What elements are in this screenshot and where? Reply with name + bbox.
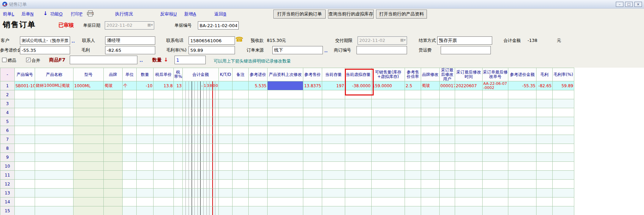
table-cell[interactable] [137, 206, 154, 215]
row-number[interactable]: 2 [0, 90, 15, 99]
table-cell[interactable] [268, 153, 303, 162]
table-cell[interactable] [15, 180, 35, 189]
table-cell[interactable] [35, 189, 74, 197]
table-cell[interactable] [372, 144, 405, 153]
table-cell[interactable] [74, 153, 104, 162]
table-cell[interactable] [154, 108, 174, 117]
table-cell[interactable] [174, 117, 183, 126]
table-cell[interactable] [183, 144, 219, 153]
table-cell[interactable] [405, 144, 421, 153]
table-cell[interactable] [249, 206, 268, 215]
table-cell[interactable] [536, 153, 553, 162]
table-cell[interactable] [455, 126, 483, 135]
row-number[interactable]: 4 [0, 108, 15, 117]
table-cell[interactable] [123, 117, 137, 126]
table-cell[interactable] [405, 197, 421, 206]
table-cell[interactable] [249, 162, 268, 171]
table-cell[interactable] [345, 99, 372, 108]
table-cell[interactable]: 5.535 [249, 81, 268, 90]
table-cell[interactable] [303, 206, 322, 215]
table-cell[interactable] [174, 153, 183, 162]
table-cell[interactable] [123, 162, 137, 171]
table-cell[interactable] [154, 144, 174, 153]
table-cell[interactable] [183, 153, 219, 162]
table-cell[interactable]: 20220607 [455, 81, 483, 90]
table-cell[interactable] [303, 135, 322, 144]
table-cell[interactable] [440, 108, 455, 117]
table-cell[interactable] [536, 162, 553, 171]
table-cell[interactable] [268, 206, 303, 215]
table-cell[interactable] [536, 189, 553, 197]
table-cell[interactable] [405, 117, 421, 126]
table-cell[interactable]: 蜀玻 [421, 81, 440, 90]
table-cell[interactable] [345, 135, 372, 144]
row-number[interactable]: 1 [0, 81, 15, 90]
table-cell[interactable] [35, 90, 74, 99]
table-cell[interactable] [268, 126, 303, 135]
table-cell[interactable] [405, 126, 421, 135]
table-cell[interactable] [249, 144, 268, 153]
table-cell[interactable] [421, 117, 440, 126]
table-cell[interactable] [154, 180, 174, 189]
table-cell[interactable] [483, 144, 508, 153]
table-cell[interactable] [219, 117, 233, 126]
table-cell[interactable] [154, 189, 174, 197]
table-cell[interactable] [303, 153, 322, 162]
table-cell[interactable] [455, 197, 483, 206]
minimize-button[interactable]: – [616, 2, 623, 7]
table-cell[interactable] [183, 135, 219, 144]
table-cell[interactable] [345, 126, 372, 135]
table-cell[interactable] [455, 117, 483, 126]
table-cell[interactable] [35, 206, 74, 215]
table-cell[interactable] [123, 90, 137, 99]
table-cell[interactable] [372, 99, 405, 108]
table-cell[interactable] [372, 153, 405, 162]
table-cell[interactable] [104, 180, 123, 189]
deadline-picker[interactable]: 2022-11-02 ▦▾ [358, 36, 407, 45]
table-cell[interactable] [405, 189, 421, 197]
table-cell[interactable] [15, 99, 35, 108]
table-cell[interactable] [405, 206, 421, 215]
table-cell[interactable] [508, 153, 536, 162]
table-cell[interactable] [268, 117, 303, 126]
table-cell[interactable] [303, 117, 322, 126]
table-cell[interactable] [219, 90, 233, 99]
table-cell[interactable] [154, 153, 174, 162]
table-cell[interactable] [74, 206, 104, 215]
table-cell[interactable] [123, 197, 137, 206]
table-cell[interactable] [440, 90, 455, 99]
table-cell[interactable] [268, 90, 303, 99]
table-cell[interactable] [104, 206, 123, 215]
table-cell[interactable] [249, 189, 268, 197]
table-cell[interactable] [154, 117, 174, 126]
table-cell[interactable] [154, 197, 174, 206]
table-cell[interactable] [421, 171, 440, 180]
table-cell[interactable] [74, 171, 104, 180]
table-cell[interactable] [15, 162, 35, 171]
table-cell[interactable] [123, 189, 137, 197]
row-number[interactable]: 15 [0, 206, 15, 215]
menu-item-execution-status[interactable]: 执行情况 [115, 11, 133, 17]
table-cell[interactable] [483, 197, 508, 206]
table-cell[interactable]: -55.35 [508, 81, 536, 90]
table-cell[interactable] [233, 135, 249, 144]
table-cell[interactable] [440, 135, 455, 144]
table-cell[interactable] [372, 180, 405, 189]
table-cell[interactable] [219, 206, 233, 215]
table-cell[interactable] [15, 206, 35, 215]
table-cell[interactable] [219, 180, 233, 189]
table-cell[interactable] [553, 206, 574, 215]
table-cell[interactable] [303, 197, 322, 206]
table-cell[interactable] [303, 144, 322, 153]
table-cell[interactable] [233, 171, 249, 180]
table-cell[interactable] [233, 126, 249, 135]
table-cell[interactable] [322, 117, 345, 126]
row-number[interactable]: 11 [0, 171, 15, 180]
table-cell[interactable] [219, 126, 233, 135]
table-cell[interactable] [137, 144, 154, 153]
table-cell[interactable] [154, 99, 174, 108]
table-cell[interactable] [508, 189, 536, 197]
table-cell[interactable] [233, 144, 249, 153]
table-cell[interactable] [553, 171, 574, 180]
maximize-button[interactable]: □ [625, 2, 633, 7]
